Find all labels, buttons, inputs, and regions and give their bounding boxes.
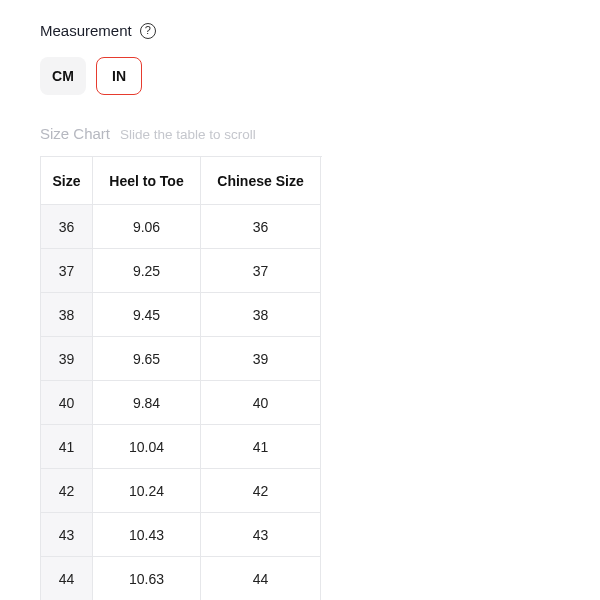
cell-heel-to-toe: 10.63 xyxy=(93,557,201,600)
unit-toggle: CM IN xyxy=(40,57,600,95)
cell-chinese-size: 37 xyxy=(201,249,321,293)
size-table[interactable]: Size Heel to Toe Chinese Size 36 9.06 36… xyxy=(40,156,322,600)
cell-size: 39 xyxy=(41,337,93,381)
cell-size: 40 xyxy=(41,381,93,425)
table-row: 40 9.84 40 xyxy=(41,381,322,425)
cell-heel-to-toe: 10.43 xyxy=(93,513,201,557)
chart-scroll-hint: Slide the table to scroll xyxy=(120,127,256,142)
unit-in-button[interactable]: IN xyxy=(96,57,142,95)
cell-chinese-size: 39 xyxy=(201,337,321,381)
size-chart-panel: Measurement ? CM IN Size Chart Slide the… xyxy=(0,0,600,600)
cell-size: 38 xyxy=(41,293,93,337)
col-header-chinese-size: Chinese Size xyxy=(201,157,321,205)
table-row: 44 10.63 44 xyxy=(41,557,322,600)
col-header-heel-to-toe: Heel to Toe xyxy=(93,157,201,205)
table-row: 36 9.06 36 xyxy=(41,205,322,249)
cell-chinese-size: 43 xyxy=(201,513,321,557)
cell-size: 43 xyxy=(41,513,93,557)
cell-heel-to-toe: 10.24 xyxy=(93,469,201,513)
cell-size: 36 xyxy=(41,205,93,249)
cell-chinese-size: 44 xyxy=(201,557,321,600)
table-header-row: Size Heel to Toe Chinese Size xyxy=(41,157,322,205)
col-header-size: Size xyxy=(41,157,93,205)
table-row: 37 9.25 37 xyxy=(41,249,322,293)
cell-heel-to-toe: 9.45 xyxy=(93,293,201,337)
cell-chinese-size: 41 xyxy=(201,425,321,469)
table-row: 41 10.04 41 xyxy=(41,425,322,469)
cell-chinese-size: 36 xyxy=(201,205,321,249)
table-row: 39 9.65 39 xyxy=(41,337,322,381)
measurement-label-row: Measurement ? xyxy=(40,22,600,39)
cell-heel-to-toe: 9.65 xyxy=(93,337,201,381)
help-icon[interactable]: ? xyxy=(140,23,156,39)
cell-chinese-size: 42 xyxy=(201,469,321,513)
table-row: 42 10.24 42 xyxy=(41,469,322,513)
cell-heel-to-toe: 9.06 xyxy=(93,205,201,249)
measurement-label: Measurement xyxy=(40,22,132,39)
cell-chinese-size: 38 xyxy=(201,293,321,337)
table-row: 38 9.45 38 xyxy=(41,293,322,337)
cell-chinese-size: 40 xyxy=(201,381,321,425)
cell-size: 41 xyxy=(41,425,93,469)
table-row: 43 10.43 43 xyxy=(41,513,322,557)
cell-heel-to-toe: 10.04 xyxy=(93,425,201,469)
cell-size: 37 xyxy=(41,249,93,293)
cell-size: 42 xyxy=(41,469,93,513)
cell-heel-to-toe: 9.25 xyxy=(93,249,201,293)
chart-title: Size Chart xyxy=(40,125,110,142)
cell-heel-to-toe: 9.84 xyxy=(93,381,201,425)
chart-title-row: Size Chart Slide the table to scroll xyxy=(40,125,600,142)
unit-cm-button[interactable]: CM xyxy=(40,57,86,95)
cell-size: 44 xyxy=(41,557,93,600)
